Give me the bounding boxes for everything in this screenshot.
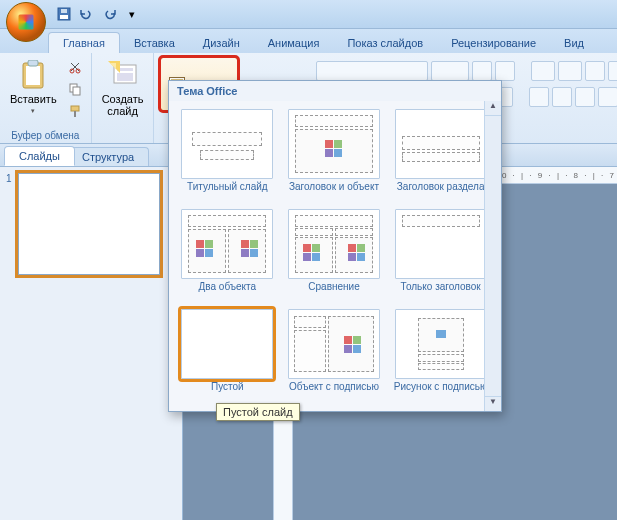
- layout-option-label: Заголовок раздела: [397, 181, 485, 203]
- svg-rect-5: [28, 60, 38, 66]
- tab-animation[interactable]: Анимация: [254, 33, 334, 53]
- new-slide-button[interactable]: Создать слайд: [98, 57, 148, 119]
- ribbon-tabs: Главная Вставка Дизайн Анимация Показ сл…: [0, 29, 617, 53]
- layout-preview-icon: [288, 209, 380, 279]
- new-slide-icon: [107, 59, 139, 91]
- slide-thumbnail-1[interactable]: [18, 173, 160, 275]
- tab-review[interactable]: Рецензирование: [437, 33, 550, 53]
- layout-preview-icon: [288, 109, 380, 179]
- align-left-button[interactable]: [529, 87, 549, 107]
- redo-button[interactable]: [101, 4, 121, 24]
- layout-option-section[interactable]: Заголовок раздела: [390, 109, 491, 203]
- layout-option-label: Два объекта: [199, 281, 257, 303]
- layout-option-label: Титульный слайд: [187, 181, 268, 203]
- subtab-outline[interactable]: Структура: [67, 147, 149, 166]
- save-button[interactable]: [54, 4, 74, 24]
- group-clipboard-label: Буфер обмена: [0, 130, 91, 141]
- bullets-button[interactable]: [531, 61, 555, 81]
- layout-option-title[interactable]: Титульный слайд: [177, 109, 278, 203]
- layout-option-label: Сравнение: [308, 281, 359, 303]
- layout-option-content-caption[interactable]: Объект с подписью: [284, 309, 385, 403]
- copy-button[interactable]: [65, 79, 85, 99]
- layout-option-label: Пустой: [211, 381, 244, 403]
- layout-option-label: Рисунок с подписью: [394, 381, 488, 403]
- tab-home[interactable]: Главная: [48, 32, 120, 53]
- numbering-button[interactable]: [558, 61, 582, 81]
- tab-design[interactable]: Дизайн: [189, 33, 254, 53]
- tooltip: Пустой слайд: [216, 403, 300, 421]
- indent-inc-button[interactable]: [608, 61, 617, 81]
- clipboard-icon: [17, 59, 49, 91]
- office-button[interactable]: [6, 2, 46, 42]
- layout-gallery: Тема Office Титульный слайдЗаголовок и о…: [168, 80, 502, 412]
- separator: [96, 4, 100, 24]
- cut-button[interactable]: [65, 57, 85, 77]
- layout-preview-icon: [395, 209, 487, 279]
- quick-access-toolbar: ▾: [54, 4, 142, 24]
- svg-rect-9: [73, 87, 80, 95]
- layout-option-label: Заголовок и объект: [289, 181, 379, 203]
- layout-option-title-content[interactable]: Заголовок и объект: [284, 109, 385, 203]
- layout-option-two-content[interactable]: Два объекта: [177, 209, 278, 303]
- slides-panel: 1: [0, 167, 183, 520]
- qat-menu[interactable]: ▾: [122, 4, 142, 24]
- svg-rect-4: [26, 66, 40, 85]
- gallery-scrollbar[interactable]: ▲ ▼: [484, 101, 501, 411]
- slide-number: 1: [6, 173, 14, 275]
- font-size-combo[interactable]: [431, 61, 469, 81]
- layout-option-label: Объект с подписью: [289, 381, 379, 403]
- grow-font-button[interactable]: [472, 61, 492, 81]
- layout-preview-icon: [395, 109, 487, 179]
- paste-label: Вставить: [10, 93, 57, 105]
- align-center-button[interactable]: [552, 87, 572, 107]
- indent-dec-button[interactable]: [585, 61, 605, 81]
- tab-slideshow[interactable]: Показ слайдов: [333, 33, 437, 53]
- layout-option-picture-caption[interactable]: Рисунок с подписью: [390, 309, 491, 403]
- shrink-font-button[interactable]: [495, 61, 515, 81]
- format-painter-button[interactable]: [65, 101, 85, 121]
- svg-rect-14: [117, 73, 133, 81]
- tab-view[interactable]: Вид: [550, 33, 598, 53]
- subtab-slides[interactable]: Слайды: [4, 146, 75, 166]
- layout-option-blank[interactable]: Пустой: [177, 309, 278, 403]
- layout-preview-icon: [181, 109, 273, 179]
- scroll-down-button[interactable]: ▼: [485, 396, 501, 411]
- svg-rect-2: [61, 9, 67, 13]
- layout-option-label: Только заголовок: [401, 281, 481, 303]
- layout-option-title-only[interactable]: Только заголовок: [390, 209, 491, 303]
- layout-option-comparison[interactable]: Сравнение: [284, 209, 385, 303]
- layout-preview-icon: [395, 309, 487, 379]
- horizontal-ruler: · 10 · | · 9 · | · 8 · | · 7: [483, 167, 617, 184]
- undo-button[interactable]: [75, 4, 95, 24]
- paste-button[interactable]: Вставить ▾: [6, 57, 61, 121]
- new-slide-label: Создать слайд: [102, 93, 144, 117]
- svg-rect-10: [71, 106, 79, 111]
- layout-preview-icon: [288, 309, 380, 379]
- scroll-up-button[interactable]: ▲: [485, 101, 501, 116]
- svg-rect-1: [60, 15, 68, 19]
- gallery-header: Тема Office: [169, 81, 501, 101]
- svg-marker-16: [110, 63, 116, 69]
- tab-insert[interactable]: Вставка: [120, 33, 189, 53]
- svg-rect-11: [74, 111, 76, 117]
- font-family-combo[interactable]: [316, 61, 428, 81]
- layout-preview-icon: [181, 309, 273, 379]
- layout-preview-icon: [181, 209, 273, 279]
- align-right-button[interactable]: [575, 87, 595, 107]
- dropdown-icon: ▾: [31, 107, 35, 115]
- justify-button[interactable]: [598, 87, 617, 107]
